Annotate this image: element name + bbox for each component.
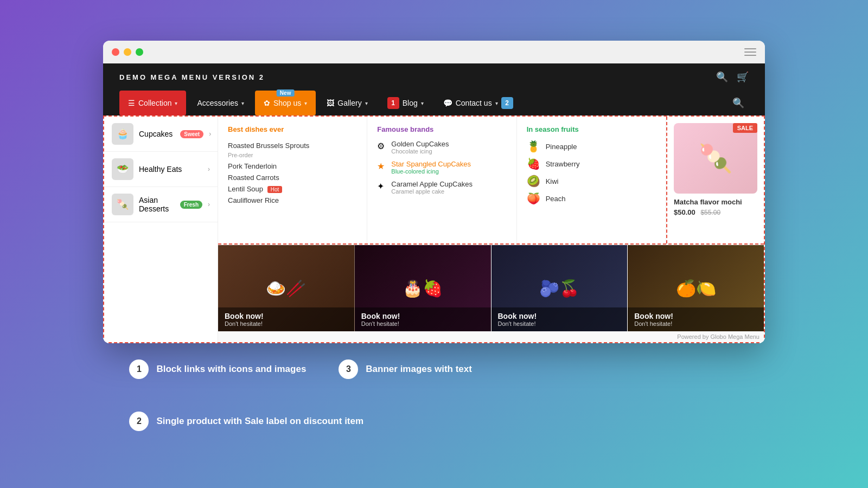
new-price: $50.00 — [674, 208, 695, 216]
dot-green[interactable] — [136, 48, 143, 56]
nav-search-icon[interactable]: 🔍 — [728, 91, 749, 115]
grid-icon: ☰ — [128, 99, 135, 107]
hamburger-line-3 — [744, 55, 756, 56]
nav-item-gallery[interactable]: 🖼 Gallery ▾ — [318, 91, 376, 115]
asian-label: Asian Desserts — [139, 196, 173, 213]
feature-item-1: 1 Block links with icons and images — [129, 359, 306, 379]
mega-top-section: Best dishes ever Roasted Brussels Sprout… — [218, 117, 764, 245]
sweet-tag: Sweet — [180, 130, 203, 138]
banner-overlay-4: Book now! Don't hesitate! — [628, 307, 764, 331]
contact-icon: 💬 — [443, 99, 452, 107]
healthy-label: Healthy Eats — [139, 165, 182, 174]
feature-label-1: Block links with icons and images — [156, 364, 306, 375]
col-dishes-title: Best dishes ever — [228, 125, 357, 133]
browser-chrome — [103, 41, 765, 63]
brand-item-star[interactable]: ★ Star Spangled CupCakes Blue-colored ic… — [377, 160, 506, 175]
link-carrots[interactable]: Roasted Carrots — [228, 172, 357, 183]
nav-item-accessories[interactable]: Accessories ▾ — [188, 91, 252, 115]
cupcakes-thumbnail: 🧁 — [112, 123, 133, 145]
dot-yellow[interactable] — [124, 48, 131, 56]
link-lentil[interactable]: Lentil Soup Hot — [228, 183, 357, 195]
star-icon: ★ — [377, 161, 387, 171]
brand-item-golden[interactable]: ⚙ Golden CupCakes Chocolate icing — [377, 140, 506, 155]
banner-sub-3: Don't hesitate! — [498, 320, 621, 327]
fruit-pineapple[interactable]: 🍍 Pineapple — [527, 140, 656, 153]
shop-icon: ✿ — [264, 99, 270, 107]
peach-label: Peach — [546, 195, 566, 203]
nav-item-shop[interactable]: New ✿ Shop us ▾ — [255, 91, 316, 115]
feature-label-2: Single product with Sale label on discou… — [156, 416, 363, 427]
cart-icon[interactable]: 🛒 — [737, 71, 749, 83]
product-price: $50.00 $55.00 — [674, 208, 757, 216]
banner-title-3: Book now! — [498, 312, 621, 320]
feature-num-2: 2 — [129, 412, 149, 431]
asian-thumbnail: 🍡 — [112, 194, 133, 215]
mega-menu-sidebar: 🧁 Cupcakes Sweet › 🥗 Healthy Eats › 🍡 As… — [104, 117, 218, 342]
col-fruits-title: In season fruits — [527, 125, 656, 133]
site-logo: DEMO MEGA MENU VERSION 2 — [119, 73, 265, 81]
browser-dots — [112, 48, 143, 56]
banner-title-4: Book now! — [634, 312, 757, 320]
mega-col-dishes: Best dishes ever Roasted Brussels Sprout… — [218, 117, 367, 243]
banner-item-3[interactable]: 🫐🍒 Book now! Don't hesitate! — [492, 245, 628, 331]
sidebar-item-asian[interactable]: 🍡 Asian Desserts Fresh › — [104, 187, 218, 222]
banner-item-2[interactable]: 🎂🍓 Book now! Don't hesitate! — [355, 245, 492, 331]
sidebar-item-cupcakes[interactable]: 🧁 Cupcakes Sweet › — [104, 117, 218, 152]
star-label: Star Spangled CupCakes — [391, 160, 471, 168]
banner-overlay-3: Book now! Don't hesitate! — [492, 307, 628, 331]
banner-overlay-2: Book now! Don't hesitate! — [355, 307, 491, 331]
search-icon[interactable]: 🔍 — [716, 71, 728, 83]
brand-item-caramel[interactable]: ✦ Caramel Apple CupCakes Caramel apple c… — [377, 180, 506, 195]
new-badge: New — [277, 89, 295, 97]
sidebar-item-healthy[interactable]: 🥗 Healthy Eats › — [104, 152, 218, 187]
banner-item-1[interactable]: 🍛🥢 Book now! Don't hesitate! — [218, 245, 355, 331]
feature-section: 1 Block links with icons and images 3 Ba… — [97, 343, 771, 447]
cupcakes-label: Cupcakes — [139, 130, 173, 138]
link-cauliflower[interactable]: Cauliflower Rice — [228, 195, 357, 206]
fruit-strawberry[interactable]: 🍓 Strawberry — [527, 157, 656, 170]
link-pork[interactable]: Pork Tenderloin — [228, 160, 357, 172]
mega-banners: 🍛🥢 Book now! Don't hesitate! 🎂🍓 Book now… — [218, 245, 764, 331]
nav-label-contact: Contact us — [456, 99, 492, 107]
nav-label-blog: Blog — [403, 99, 418, 107]
col-brands-title: Famouse brands — [377, 125, 506, 133]
old-price: $55.00 — [700, 209, 720, 216]
fresh-tag: Fresh — [180, 201, 202, 209]
dot-red[interactable] — [112, 48, 119, 56]
chevron-down-icon-2: ▾ — [241, 100, 244, 106]
chevron-down-icon-4: ▾ — [365, 100, 368, 106]
feature-num-1: 1 — [129, 359, 149, 379]
nav-item-collection[interactable]: ☰ Collection ▾ — [119, 91, 186, 115]
fruit-peach[interactable]: 🍑 Peach — [527, 192, 656, 205]
chevron-down-icon-3: ▾ — [304, 100, 307, 106]
arrow-right-icon-3: › — [208, 201, 210, 208]
strawberry-icon: 🍓 — [527, 157, 540, 170]
brussels-sub: Pre-order — [228, 152, 357, 158]
link-brussels[interactable]: Roasted Brussels Sprouts — [228, 140, 357, 151]
golden-label: Golden CupCakes — [391, 140, 449, 148]
kiwi-label: Kiwi — [546, 177, 559, 185]
arrow-right-icon: › — [209, 130, 211, 138]
golden-sub: Chocolate icing — [391, 148, 449, 155]
mega-menu-content: Best dishes ever Roasted Brussels Sprout… — [218, 117, 764, 342]
nav-bar: ☰ Collection ▾ Accessories ▾ New ✿ Shop … — [103, 91, 765, 115]
hamburger-line-1 — [744, 48, 756, 49]
peach-icon: 🍑 — [527, 192, 540, 205]
gallery-icon: 🖼 — [327, 99, 334, 107]
mega-product-panel: SALE 🍡 Matcha flavor mochi $50.00 $55.00 — [666, 117, 764, 243]
nav-item-blog[interactable]: 1 Blog ▾ — [379, 91, 432, 115]
nav-item-contact[interactable]: 💬 Contact us ▾ 2 — [435, 91, 522, 115]
feature-item-2: 2 Single product with Sale label on disc… — [129, 412, 738, 431]
hamburger-line-2 — [744, 52, 756, 53]
product-image: 🍡 — [674, 123, 757, 194]
mega-col-fruits: In season fruits 🍍 Pineapple 🍓 Strawberr… — [517, 117, 666, 243]
hamburger-icon[interactable] — [744, 48, 756, 56]
banner-sub-1: Don't hesitate! — [225, 320, 348, 327]
sale-badge: SALE — [733, 123, 757, 133]
blog-badge: 1 — [387, 97, 399, 109]
chevron-down-icon-5: ▾ — [421, 100, 424, 106]
fruit-kiwi[interactable]: 🥝 Kiwi — [527, 175, 656, 188]
powered-by: Powered by Globo Mega Menu — [218, 331, 764, 342]
banner-item-4[interactable]: 🍊🍋 Book now! Don't hesitate! — [628, 245, 764, 331]
arrow-right-icon-2: › — [208, 165, 210, 173]
